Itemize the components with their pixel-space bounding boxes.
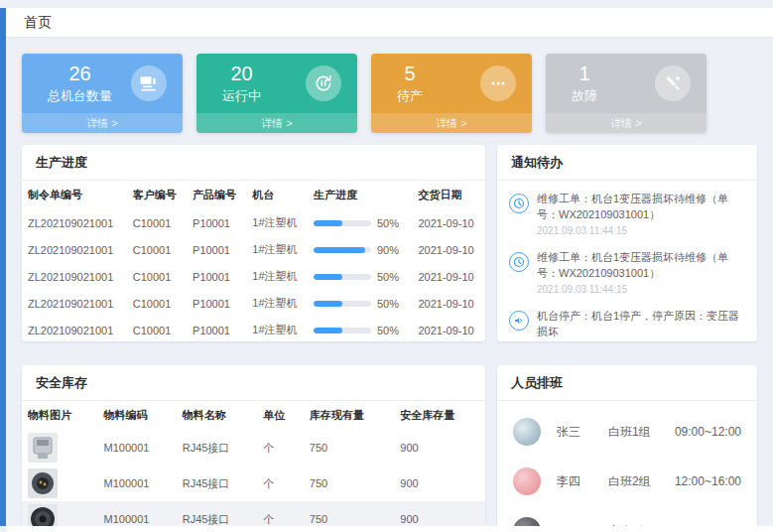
notifications-panel: 通知待办 维修工单：机台1变压器损坏待维修（单号：WX202109031001）… [497,145,757,341]
delivery-date: 2021-09-10 [412,290,485,317]
safety-stock-title: 安全库存 [22,365,485,401]
machine-name: 1#注塑机 [246,317,308,341]
order-no: ZL202109021001 [22,263,127,290]
staff-schedule-title: 人员排班 [497,365,757,401]
inventory-row: M100001 RJ45接口 个 750 900 [22,466,485,501]
col-unit: 单位 [257,401,303,430]
material-name: RJ45接口 [177,466,258,501]
top-bar: 首页 [6,8,773,38]
speaker-icon [509,311,529,331]
total-machines-detail-link[interactable]: 详情 > [22,113,183,133]
customer-no: C10001 [127,263,187,290]
product-no: P10001 [187,317,246,341]
notification-text: 维修工单：机台1变压器损坏待维修（单号：WX202109031001） [537,250,745,282]
total-machines-value: 26 [48,62,112,85]
notification-text: 维修工单：机台1变压器损坏待维修（单号：WX202109031001） [537,192,745,223]
page-title: 首页 [24,14,52,32]
inventory-row: M100001 RJ45接口 个 750 900 [22,430,485,466]
staff-row: 李四 白班2组 12:00~16:00 [513,457,741,506]
material-code: M100001 [98,430,177,466]
running-label: 运行中 [222,87,261,105]
notification-body: 维修工单：机台1变压器损坏待维修（单号：WX202109031001） 2021… [537,250,745,295]
staff-time: 12:00~16:00 [675,474,741,488]
progress-percent: 50 [377,271,399,283]
col-machine: 机台 [246,181,308,209]
progress-bar: 50 [314,271,407,283]
clock-icon [509,252,529,272]
customer-no: C10001 [127,209,187,236]
waiting-label: 待产 [397,87,423,105]
running-value: 20 [222,62,261,85]
staff-name: 李四 [557,473,608,490]
material-unit: 个 [257,430,303,466]
card-total-machines[interactable]: 26 总机台数量 详情 > [22,54,183,133]
staff-schedule-panel: 人员排班 张三 白班1组 09:00~12:00 李四 白班2组 12:00~1… [497,365,757,532]
card-main: 5 待产 [371,54,532,113]
staff-shift: 白班1组 [608,424,674,441]
staff-row: 张三 白班1组 09:00~12:00 [513,407,741,457]
waiting-value: 5 [397,62,423,85]
col-material-name: 物料名称 [177,401,258,430]
notification-body: 机台停产：机台1停产，停产原因：变压器损坏 2021.09.03 11:44:1… [537,309,745,341]
notification-item[interactable]: 机台停产：机台1停产，停产原因：变压器损坏 2021.09.03 11:44:1… [509,302,745,341]
progress-bar: 50 [314,298,407,310]
clock-icon [509,194,529,213]
stock-on-hand: 750 [304,430,395,466]
col-material-code: 物料编码 [98,401,177,430]
inventory-header-row: 物料图片 物料编码 物料名称 单位 库存现有量 安全库存量 [22,401,485,430]
col-material-image: 物料图片 [22,401,98,430]
customer-no: C10001 [127,290,187,317]
card-info: 26 总机台数量 [48,62,112,105]
card-info: 1 故障 [572,62,597,105]
production-table: 制令单编号 客户编号 产品编号 机台 生产进度 交货日期 ZL202109021… [22,181,485,341]
col-progress: 生产进度 [308,181,413,209]
col-product-no: 产品编号 [187,181,246,209]
bottom-edge [6,526,773,532]
staff-shift: 白班2组 [608,473,674,490]
sidebar-edge [0,8,6,526]
avatar [513,467,541,495]
progress-percent: 90 [377,244,399,256]
machine-name: 1#注塑机 [246,236,308,263]
running-detail-link[interactable]: 详情 > [196,113,357,133]
production-row: ZL202109021001 C10001 P10001 1#注塑机 50 20… [22,209,485,236]
col-customer-no: 客户编号 [127,181,187,209]
delivery-date: 2021-09-10 [412,263,485,290]
inventory-table: 物料图片 物料编码 物料名称 单位 库存现有量 安全库存量 [22,401,485,532]
delivery-date: 2021-09-10 [412,236,485,263]
product-no: P10001 [187,290,246,317]
notification-list: 维修工单：机台1变压器损坏待维修（单号：WX202109031001） 2021… [497,181,757,341]
fault-label: 故障 [572,87,597,105]
card-waiting[interactable]: 5 待产 详情 > [371,54,532,133]
production-row: ZL202109021001 C10001 P10001 1#注塑机 50 20… [22,317,485,341]
material-code: M100001 [98,466,177,501]
notification-body: 维修工单：机台1变压器损坏待维修（单号：WX202109031001） 2021… [537,192,745,236]
staff-name: 张三 [557,424,608,441]
stock-on-hand: 750 [304,466,395,501]
order-no: ZL202109021001 [22,209,127,236]
card-main: 20 运行中 [196,54,357,113]
stat-cards: 26 总机台数量 详情 > 20 运行中 详情 > [6,38,773,145]
notification-text: 机台停产：机台1停产，停产原因：变压器损坏 [537,309,745,340]
waiting-detail-link[interactable]: 详情 > [371,113,532,133]
notification-item[interactable]: 维修工单：机台1变压器损坏待维修（单号：WX202109031001） 2021… [509,243,745,302]
customer-no: C10001 [127,317,187,341]
staff-time: 09:00~12:00 [675,425,741,439]
avatar [513,418,541,446]
order-no: ZL202109021001 [22,290,127,317]
progress-percent: 50 [377,298,399,310]
card-running[interactable]: 20 运行中 详情 > [196,54,357,133]
progress-bar: 50 [314,217,407,229]
machine-name: 1#注塑机 [246,263,308,290]
product-no: P10001 [187,263,246,290]
notification-item[interactable]: 维修工单：机台1变压器损坏待维修（单号：WX202109031001） 2021… [509,185,745,243]
progress-percent: 50 [377,325,399,336]
card-main: 26 总机台数量 [22,54,183,113]
notification-time: 2021.09.03 11:44:15 [537,225,745,236]
production-progress-title: 生产进度 [22,145,485,181]
total-machines-label: 总机台数量 [48,87,112,105]
progress-percent: 50 [377,217,399,229]
card-fault[interactable]: 1 故障 详情 > [546,54,707,133]
waiting-icon [480,66,516,101]
fault-detail-link[interactable]: 详情 > [546,113,707,133]
